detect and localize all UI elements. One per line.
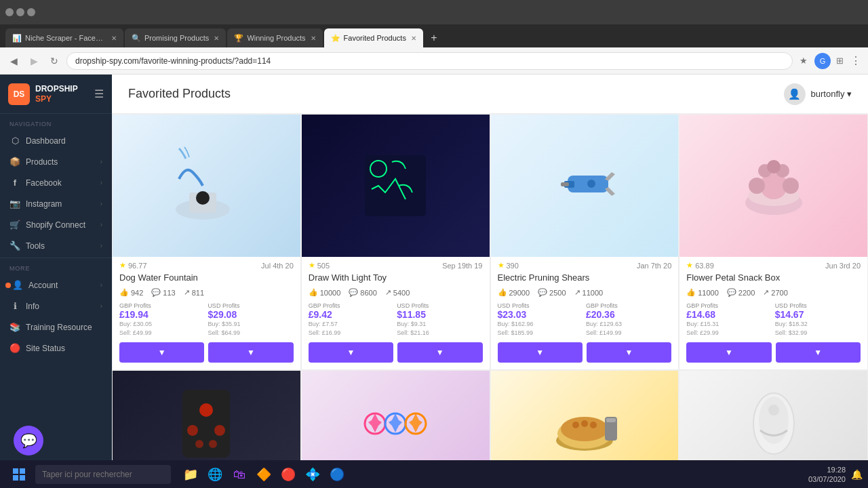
refresh-btn[interactable]: ↻ [46, 53, 62, 69]
product-image-pet-bowl[interactable] [491, 371, 679, 460]
tab-2-favicon: 🔍 [132, 34, 141, 43]
product-name-dog-fountain: Dog Water Fountain [113, 271, 300, 287]
chat-bubble[interactable]: 💬 [14, 426, 43, 455]
sidebar-item-dashboard[interactable]: ⬡ Dashboard [0, 130, 112, 151]
taskbar-store[interactable]: 🛍 [228, 463, 251, 486]
product-image-device[interactable] [679, 371, 867, 460]
svg-point-22 [195, 440, 203, 448]
tab-3-close[interactable]: ✕ [311, 35, 316, 42]
address-input[interactable] [66, 52, 793, 70]
product-image-dog-fountain[interactable] [113, 115, 300, 257]
start-button[interactable] [5, 462, 33, 487]
usd-details: Buy: $35.91 Sell: $64.99 [208, 320, 293, 337]
taskbar-right: 19:28 03/07/2020 🔔 [808, 465, 863, 485]
product-card-keychains [301, 370, 490, 460]
dashboard-icon: ⬡ [9, 136, 20, 146]
training-label: Training Resource [26, 323, 92, 332]
header-user[interactable]: 👤 burtonfly ▾ [784, 83, 852, 105]
windows-icon [12, 468, 26, 481]
add-usd-btn-snack-box[interactable]: ▼ [776, 342, 861, 363]
sidebar-item-site-status[interactable]: 🔴 Site Status [0, 338, 112, 359]
info-arrow: › [100, 302, 102, 310]
taskbar-app-7[interactable]: 🔵 [326, 463, 349, 486]
device-svg [743, 383, 804, 460]
tab-2-close[interactable]: ✕ [214, 35, 219, 42]
massage-svg [172, 376, 240, 460]
tab-2[interactable]: 🔍 Promising Products ✕ [125, 28, 226, 47]
add-gbp-btn-light-toy[interactable]: ▼ [309, 342, 393, 363]
sidebar-logo: DS DROPSHIP SPY ☰ [0, 75, 112, 114]
svg-rect-39 [20, 468, 25, 474]
browser-action-bookmarks[interactable]: ★ [797, 56, 810, 66]
likes-stat-2: 👍 10000 [309, 288, 341, 297]
taskbar-search[interactable] [35, 465, 171, 484]
add-usd-btn-dog-fountain[interactable]: ▼ [208, 342, 293, 363]
tab-4-close[interactable]: ✕ [411, 35, 416, 42]
maximize-btn[interactable] [16, 8, 24, 16]
svg-rect-34 [606, 418, 616, 422]
app-header: Favorited Products 👤 burtonfly ▾ [112, 75, 868, 114]
nav-section-more: MORE 👤 Account › ℹ Info › 📚 Training Res… [0, 258, 112, 360]
shares-icon: ↗ [184, 288, 190, 297]
shares-icon-4: ↗ [763, 288, 769, 297]
shares-icon-2: ↗ [385, 288, 391, 297]
taskbar-app-4[interactable]: 🔶 [252, 463, 275, 486]
svg-point-32 [590, 422, 597, 428]
product-card-light-toy: ★ 505 Sep 19th 19 Draw With Light Toy 👍 … [301, 114, 490, 370]
sidebar-item-products[interactable]: 📦 Products › [0, 151, 112, 172]
likes-icon-4: 👍 [686, 288, 696, 297]
sidebar-item-shopify[interactable]: 🛒 Shopify Connect › [0, 214, 112, 235]
star-icon: ★ [119, 261, 126, 270]
product-image-light-toy[interactable] [302, 115, 490, 257]
svg-point-16 [767, 160, 781, 174]
product-image-pruning[interactable] [491, 115, 679, 257]
forward-btn[interactable]: ▶ [26, 53, 42, 69]
add-usd-btn-pruning[interactable]: ▼ [587, 342, 671, 363]
taskbar-edge[interactable]: 🌐 [203, 463, 226, 486]
close-btn[interactable] [27, 8, 35, 16]
minimize-btn[interactable] [5, 8, 14, 16]
browser-action-profile[interactable]: G [814, 53, 831, 69]
sidebar-item-info[interactable]: ℹ Info › [0, 296, 112, 317]
browser-action-extensions[interactable]: ⊞ [835, 56, 845, 66]
product-card-pruning: ★ 390 Jan 7th 20 Electric Pruning Shears… [490, 114, 679, 370]
products-label: Products [26, 157, 58, 167]
product-image-snack-box[interactable] [679, 115, 867, 257]
tab-4[interactable]: ⭐ Favorited Products ✕ [324, 28, 423, 47]
svg-point-12 [749, 178, 765, 194]
address-bar: ◀ ▶ ↻ ★ G ⊞ ⋮ [0, 47, 868, 75]
sidebar-item-facebook[interactable]: f Facebook › [0, 172, 112, 193]
product-image-massage[interactable] [113, 371, 300, 460]
add-gbp-btn-pruning[interactable]: ▼ [498, 342, 583, 363]
add-usd-btn-light-toy[interactable]: ▼ [397, 342, 482, 363]
window-controls [5, 8, 35, 16]
tab-3-label: Winning Products [247, 34, 305, 42]
taskbar-chrome[interactable]: 🔴 [277, 463, 300, 486]
taskbar-notification[interactable]: 🔔 [851, 469, 863, 480]
product-image-keychains[interactable] [302, 371, 490, 460]
hamburger-icon[interactable]: ☰ [94, 87, 104, 100]
tab-1[interactable]: 📊 Niche Scraper - Facebook Video... ✕ [5, 28, 123, 47]
svg-rect-17 [182, 390, 230, 458]
star-icon-2: ★ [309, 261, 315, 270]
tab-1-close[interactable]: ✕ [111, 35, 117, 42]
product-meta-pruning: ★ 390 Jan 7th 20 [491, 257, 679, 271]
add-gbp-btn-dog-fountain[interactable]: ▼ [119, 342, 204, 363]
facebook-label: Facebook [26, 178, 62, 188]
browser-chrome [0, 0, 868, 24]
sidebar-item-tools[interactable]: 🔧 Tools › [0, 235, 112, 256]
add-gbp-btn-snack-box[interactable]: ▼ [686, 342, 771, 363]
taskbar-file-explorer[interactable]: 📁 [179, 463, 202, 486]
sidebar-item-training[interactable]: 📚 Training Resource [0, 317, 112, 338]
taskbar-app-6[interactable]: 💠 [301, 463, 324, 486]
browser-action-menu[interactable]: ⋮ [849, 54, 863, 67]
back-btn[interactable]: ◀ [5, 53, 22, 69]
svg-rect-40 [13, 475, 18, 481]
new-tab-btn[interactable]: + [425, 28, 443, 47]
sidebar-item-account[interactable]: 👤 Account › [0, 274, 112, 296]
tab-3[interactable]: 🏆 Winning Products ✕ [227, 28, 322, 47]
product-card-pet-bowl [490, 370, 679, 460]
svg-point-2 [196, 191, 210, 205]
tools-label: Tools [26, 241, 45, 251]
sidebar-item-instagram[interactable]: 📷 Instagram › [0, 193, 112, 214]
